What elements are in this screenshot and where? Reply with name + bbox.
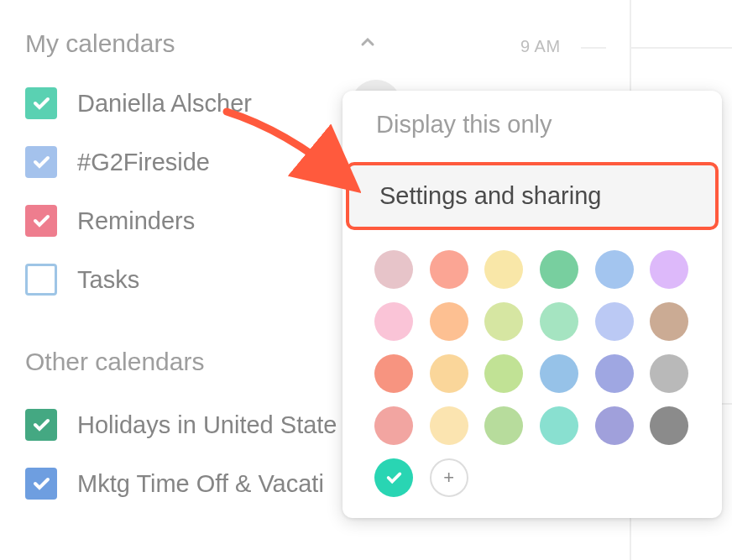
checkbox-checked-icon[interactable] [25,205,57,237]
other-calendars-title: Other calendars [25,348,204,376]
color-swatch[interactable] [374,354,413,393]
calendar-item-holidays[interactable]: Holidays in United State [25,409,378,441]
color-swatch[interactable] [650,302,688,341]
calendar-label: Mktg Time Off & Vacati [77,470,324,498]
settings-and-sharing-item[interactable]: Settings and sharing [346,162,719,230]
color-picker-grid: + [342,233,722,497]
color-swatch-selected[interactable] [374,458,413,497]
color-swatch[interactable] [650,250,688,289]
color-swatch[interactable] [650,406,688,445]
other-calendars-header[interactable]: Other calendars + [25,343,378,379]
color-swatch[interactable] [540,250,578,289]
color-swatch[interactable] [484,250,523,289]
color-swatch[interactable] [540,302,578,341]
color-swatch[interactable] [595,406,634,445]
gridline [581,47,606,49]
calendar-label: #G2Fireside [77,149,210,176]
checkbox-checked-icon[interactable] [25,409,57,441]
color-swatch[interactable] [430,354,468,393]
checkbox-checked-icon[interactable] [25,87,57,119]
color-swatch[interactable] [484,354,523,393]
color-swatch[interactable] [540,354,578,393]
color-swatch[interactable] [430,302,468,341]
calendar-item-g2fireside[interactable]: #G2Fireside [25,146,378,178]
color-swatch[interactable] [374,406,413,445]
calendar-item-tasks[interactable]: Tasks [25,264,378,296]
color-swatch[interactable] [430,406,468,445]
color-swatch[interactable] [540,406,578,445]
color-swatch[interactable] [430,250,468,289]
color-swatch[interactable] [650,354,688,393]
calendar-item-daniella[interactable]: Daniella Alscher [25,87,378,119]
my-calendars-title: My calendars [25,29,175,58]
calendar-label: Holidays in United State [77,411,337,439]
calendar-sidebar: My calendars Daniella Alscher #G2Firesid… [25,29,378,526]
checkbox-unchecked-icon[interactable] [25,264,57,296]
color-swatch[interactable] [484,406,523,445]
add-custom-color-button[interactable]: + [430,458,468,497]
color-swatch[interactable] [595,354,634,393]
gridline [630,47,732,49]
calendar-label: Daniella Alscher [77,90,252,118]
calendar-item-mktg[interactable]: Mktg Time Off & Vacati [25,468,378,500]
my-calendars-header[interactable]: My calendars [25,29,378,58]
calendar-options-popup: Display this only Settings and sharing + [342,91,722,518]
chevron-up-icon[interactable] [358,32,378,55]
checkbox-checked-icon[interactable] [25,146,57,178]
calendar-item-reminders[interactable]: Reminders [25,205,378,237]
color-swatch[interactable] [595,250,634,289]
checkbox-checked-icon[interactable] [25,468,57,500]
display-this-only-item[interactable]: Display this only [342,91,722,159]
calendar-label: Reminders [77,207,195,235]
color-swatch[interactable] [595,302,634,341]
calendar-label: Tasks [77,266,139,294]
color-swatch[interactable] [374,302,413,341]
color-swatch[interactable] [374,250,413,289]
color-swatch[interactable] [484,302,523,341]
time-label-9am: 9 AM [520,37,561,56]
